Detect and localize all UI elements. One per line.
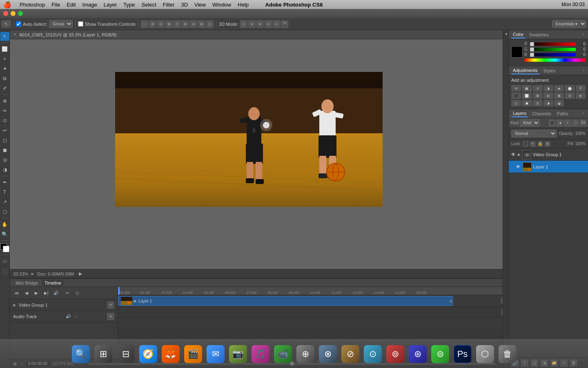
fill-value[interactable]: 100% (575, 141, 586, 146)
foreground-swatch[interactable] (511, 46, 523, 58)
auto-select-dropdown[interactable]: Group (49, 20, 73, 28)
menu-image[interactable]: Image (82, 2, 97, 8)
opacity-value[interactable]: 100% (575, 131, 586, 136)
dock-firefox[interactable]: 🦊 (160, 343, 181, 365)
gradient-tool[interactable]: ◼ (0, 146, 9, 155)
levels-btn[interactable]: ▦ (522, 85, 532, 92)
dock-photoshop[interactable]: Ps (452, 343, 473, 365)
minimize-button[interactable] (11, 11, 16, 16)
color-balance-btn[interactable]: ⧖ (576, 85, 586, 92)
zoom-tool[interactable]: 🔍 (0, 230, 9, 239)
dock-app4[interactable]: ⊙ (362, 343, 383, 365)
hue-sat-btn[interactable]: ⬤ (565, 85, 575, 92)
3d-icon-3[interactable]: ⊛ (256, 20, 264, 28)
tab-adjustments[interactable]: Adjustments (511, 67, 539, 74)
crop-tool[interactable]: ⧉ (0, 74, 9, 83)
transform-icon-8[interactable]: ⊠ (198, 20, 205, 28)
close-button[interactable] (3, 11, 8, 16)
filter-type-select[interactable]: Kind (520, 119, 540, 126)
dock-trash[interactable]: 🗑 (497, 343, 518, 365)
step-forward-btn[interactable]: ▶| (42, 289, 50, 297)
r-bar[interactable] (530, 43, 576, 46)
layer-item-layer1[interactable]: 👁 Layer 1 (509, 161, 588, 173)
transform-icon-5[interactable]: ⊡ (174, 20, 181, 28)
hand-tool[interactable]: ✋ (0, 220, 9, 229)
channel-mix-btn[interactable]: ⊞ (533, 92, 543, 99)
3d-icon-5[interactable]: ⊝ (273, 20, 280, 28)
playhead[interactable] (118, 287, 119, 295)
brightness-btn[interactable]: ☀ (511, 85, 521, 92)
tab-color[interactable]: Color (511, 31, 525, 38)
dock-mail[interactable]: ✉ (205, 343, 226, 365)
eyedropper-tool[interactable]: ✐ (0, 84, 9, 93)
wand-tool[interactable]: ✦ (0, 64, 9, 73)
eraser-tool[interactable]: ◻ (0, 136, 9, 145)
spot-heal-tool[interactable]: ⊕ (0, 96, 9, 105)
layer-vis-layer1[interactable]: 👁 (515, 164, 521, 170)
adj-filter-btn[interactable]: ◑ (557, 120, 563, 126)
threshold-btn[interactable]: ⊡ (565, 92, 575, 99)
add-audio-btn[interactable]: + (107, 313, 114, 320)
dock-finder[interactable]: 🔍 (70, 343, 91, 365)
collapse-btn[interactable]: ◀ (504, 32, 508, 36)
fg-bg-colors[interactable] (0, 243, 9, 252)
transform-checkbox[interactable] (78, 21, 83, 27)
add-video-group-btn[interactable]: + (107, 301, 114, 309)
layer-vis-video-group[interactable]: 👁 (510, 152, 516, 157)
g-slider[interactable] (530, 47, 534, 52)
b-bar[interactable] (530, 53, 576, 56)
dodge-tool[interactable]: ◑ (0, 165, 9, 174)
3d-icon-4[interactable]: ⊜ (265, 20, 272, 28)
move-tool[interactable]: ↖ (0, 32, 9, 41)
shape-filter-btn[interactable]: ⬡ (572, 120, 579, 126)
smart-filter-btn[interactable]: 🎞 (580, 120, 586, 126)
g-bar[interactable] (530, 48, 576, 51)
vibrance-btn[interactable]: ◈ (554, 85, 564, 92)
menu-photoshop[interactable]: Photoshop (20, 2, 45, 8)
pixel-filter-btn[interactable]: ⬛ (549, 120, 555, 126)
lock-artboard-btn[interactable]: ⊞ (545, 141, 550, 147)
dock-app5[interactable]: ⊚ (385, 343, 406, 365)
zoom-icon[interactable]: ▸ (31, 271, 34, 276)
dock-music[interactable]: 🎵 (250, 343, 271, 365)
r-slider[interactable] (530, 42, 534, 46)
3d-icon-2[interactable]: ⊚ (248, 20, 256, 28)
path-select-tool[interactable]: ↗ (0, 197, 9, 206)
menu-view[interactable]: View (194, 2, 206, 8)
transform-icon-3[interactable]: ⊟ (157, 20, 165, 28)
blur-tool[interactable]: ◎ (0, 155, 9, 164)
blend-mode-select[interactable]: Normal (511, 130, 557, 137)
video-group-expand-icon[interactable]: ▶ (518, 153, 521, 157)
lock-all-btn[interactable]: 🔒 (537, 141, 543, 147)
dock-dashboard[interactable]: ⊞ (93, 343, 114, 365)
transform-icon-4[interactable]: ⊠ (165, 20, 173, 28)
tab-timeline[interactable]: Timeline (42, 280, 64, 286)
transform-icon-9[interactable]: ⊡ (206, 20, 214, 28)
dock-facetime[interactable]: 📹 (272, 343, 294, 365)
apple-menu[interactable]: 🍎 (3, 1, 11, 9)
dock-safari[interactable]: 🧭 (138, 343, 159, 365)
3d-icon-6[interactable]: 🎬 (281, 20, 288, 28)
tab-channels[interactable]: Channels (530, 110, 552, 117)
audio-mute-btn[interactable]: 🔊 (65, 314, 71, 319)
lock-pixels-btn[interactable]: ⬛ (523, 141, 528, 147)
posterize-btn[interactable]: ⊠ (554, 92, 564, 99)
curves-btn[interactable]: ↗ (533, 85, 543, 92)
tab-styles[interactable]: Styles (542, 67, 557, 74)
shape-tool[interactable]: ⬡ (0, 207, 9, 216)
lock-position-btn[interactable]: ✏ (530, 141, 536, 147)
move-tool-btn[interactable]: ↖ (2, 20, 11, 27)
screen-mode[interactable]: ⬛ (0, 267, 9, 276)
menu-type[interactable]: Type (123, 2, 135, 8)
exposure-btn[interactable]: ◑ (543, 85, 553, 92)
transform-icon-7[interactable]: ⊟ (190, 20, 197, 28)
dock-app2[interactable]: ⊗ (317, 343, 339, 365)
bw-btn[interactable]: ⬛ (511, 92, 521, 99)
menu-window[interactable]: Window (212, 2, 231, 8)
b-slider[interactable] (530, 53, 534, 57)
lasso-tool[interactable]: ⌖ (0, 54, 9, 63)
dock-mission[interactable]: ⊟ (115, 343, 136, 365)
color-panel-collapse[interactable]: ≡ (581, 33, 586, 37)
gradient-map-btn[interactable]: ⊛ (576, 92, 586, 99)
play-btn[interactable]: ▶ (33, 289, 40, 297)
